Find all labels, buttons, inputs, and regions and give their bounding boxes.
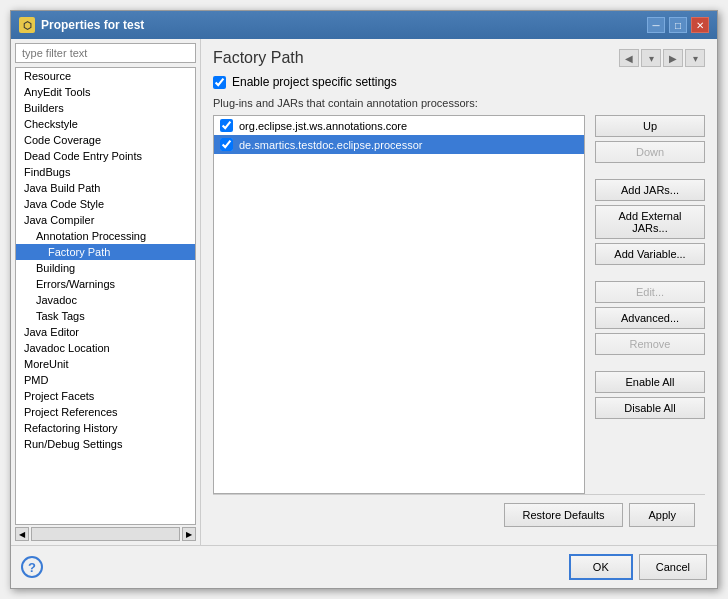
tree-item[interactable]: Resource [16, 68, 195, 84]
disable-all-button[interactable]: Disable All [595, 397, 705, 419]
help-button[interactable]: ? [21, 556, 43, 578]
remove-button[interactable]: Remove [595, 333, 705, 355]
maximize-button[interactable]: □ [669, 17, 687, 33]
tree-item[interactable]: MoreUnit [16, 356, 195, 372]
panel-header: Factory Path ◀ ▾ ▶ ▾ [213, 49, 705, 67]
tree-item[interactable]: PMD [16, 372, 195, 388]
tree-item[interactable]: Java Editor [16, 324, 195, 340]
tree-item[interactable]: Javadoc [16, 292, 195, 308]
scrollbar-area: ◀ ▶ [15, 527, 196, 541]
restore-defaults-button[interactable]: Restore Defaults [504, 503, 624, 527]
titlebar: ⬡ Properties for test ─ □ ✕ [11, 11, 717, 39]
scroll-left-btn[interactable]: ◀ [15, 527, 29, 541]
list-item[interactable]: de.smartics.testdoc.eclipse.processor [214, 135, 584, 154]
tree-item[interactable]: Java Code Style [16, 196, 195, 212]
properties-dialog: ⬡ Properties for test ─ □ ✕ ResourceAnyE… [10, 10, 718, 589]
plugin-label: org.eclipse.jst.ws.annotations.core [239, 120, 407, 132]
tree-item[interactable]: Factory Path [16, 244, 195, 260]
nav-forward-button[interactable]: ▶ [663, 49, 683, 67]
bottom-bar: Restore Defaults Apply [213, 494, 705, 535]
dialog-bottom: ? OK Cancel [11, 545, 717, 588]
nav-back-dropdown[interactable]: ▾ [641, 49, 661, 67]
main-content: ResourceAnyEdit ToolsBuildersCheckstyleC… [11, 39, 717, 545]
add-jars-button[interactable]: Add JARs... [595, 179, 705, 201]
tree-item[interactable]: Building [16, 260, 195, 276]
tree-container: ResourceAnyEdit ToolsBuildersCheckstyleC… [15, 67, 196, 525]
enable-checkbox-row: Enable project specific settings [213, 75, 705, 89]
tree-item[interactable]: FindBugs [16, 164, 195, 180]
scroll-right-btn[interactable]: ▶ [182, 527, 196, 541]
up-button[interactable]: Up [595, 115, 705, 137]
enable-specific-label: Enable project specific settings [232, 75, 397, 89]
ok-cancel-buttons: OK Cancel [569, 554, 707, 580]
add-variable-button[interactable]: Add Variable... [595, 243, 705, 265]
cancel-button[interactable]: Cancel [639, 554, 707, 580]
plugin-checkbox[interactable] [220, 138, 233, 151]
enable-all-button[interactable]: Enable All [595, 371, 705, 393]
tree-item[interactable]: Dead Code Entry Points [16, 148, 195, 164]
tree-item[interactable]: Run/Debug Settings [16, 436, 195, 452]
tree-item[interactable]: Errors/Warnings [16, 276, 195, 292]
advanced-button[interactable]: Advanced... [595, 307, 705, 329]
close-button[interactable]: ✕ [691, 17, 709, 33]
minimize-button[interactable]: ─ [647, 17, 665, 33]
tree-item[interactable]: AnyEdit Tools [16, 84, 195, 100]
ok-button[interactable]: OK [569, 554, 633, 580]
left-panel: ResourceAnyEdit ToolsBuildersCheckstyleC… [11, 39, 201, 545]
horizontal-scrollbar[interactable] [31, 527, 180, 541]
tree-item[interactable]: Checkstyle [16, 116, 195, 132]
plugin-label: de.smartics.testdoc.eclipse.processor [239, 139, 422, 151]
tree-item[interactable]: Refactoring History [16, 420, 195, 436]
tree-item[interactable]: Annotation Processing [16, 228, 195, 244]
tree-item[interactable]: Javadoc Location [16, 340, 195, 356]
action-buttons: Up Down Add JARs... Add External JARs...… [595, 115, 705, 494]
tree-item[interactable]: Code Coverage [16, 132, 195, 148]
enable-specific-checkbox[interactable] [213, 76, 226, 89]
plugin-checkbox[interactable] [220, 119, 233, 132]
filter-input[interactable] [15, 43, 196, 63]
tree-item[interactable]: Project Facets [16, 388, 195, 404]
apply-button[interactable]: Apply [629, 503, 695, 527]
tree-item[interactable]: Builders [16, 100, 195, 116]
dialog-icon: ⬡ [19, 17, 35, 33]
tree-item[interactable]: Task Tags [16, 308, 195, 324]
tree-item[interactable]: Project References [16, 404, 195, 420]
plugins-list: org.eclipse.jst.ws.annotations.corede.sm… [213, 115, 585, 494]
main-area: org.eclipse.jst.ws.annotations.corede.sm… [213, 115, 705, 494]
add-external-jars-button[interactable]: Add External JARs... [595, 205, 705, 239]
section-label: Plug-ins and JARs that contain annotatio… [213, 97, 705, 109]
tree-item[interactable]: Java Build Path [16, 180, 195, 196]
panel-title: Factory Path [213, 49, 304, 67]
titlebar-controls: ─ □ ✕ [647, 17, 709, 33]
nav-back-button[interactable]: ◀ [619, 49, 639, 67]
right-panel: Factory Path ◀ ▾ ▶ ▾ Enable project spec… [201, 39, 717, 545]
down-button[interactable]: Down [595, 141, 705, 163]
edit-button[interactable]: Edit... [595, 281, 705, 303]
nav-forward-dropdown[interactable]: ▾ [685, 49, 705, 67]
nav-buttons: ◀ ▾ ▶ ▾ [619, 49, 705, 67]
dialog-title: Properties for test [41, 18, 641, 32]
tree-item[interactable]: Java Compiler [16, 212, 195, 228]
list-item[interactable]: org.eclipse.jst.ws.annotations.core [214, 116, 584, 135]
